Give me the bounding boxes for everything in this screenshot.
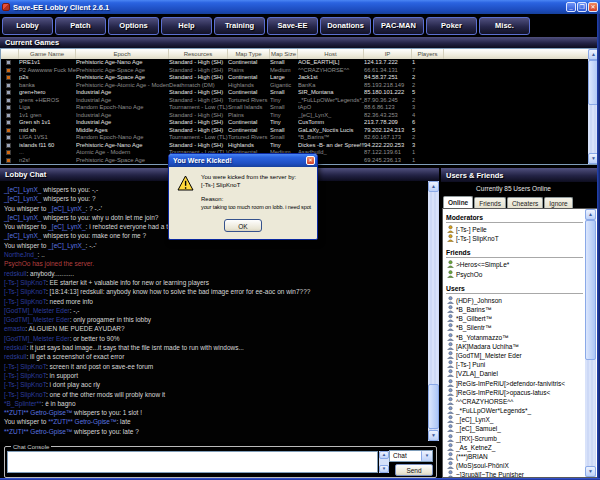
game-row[interactable]: gren+heroIndustrial AgeStandard - High (…	[1, 89, 588, 97]
game-row[interactable]: Gren sh 1v1Industrial AgeStandard - High…	[1, 119, 588, 127]
channel-select[interactable]: Chat ▼	[389, 450, 433, 462]
chat-scrollbar[interactable]: ▲ ▼	[428, 181, 439, 441]
chat-sender: _[eC]_LynX_	[48, 223, 85, 230]
user-list-item[interactable]: *B_Silentr™	[446, 323, 597, 332]
user-list-item[interactable]: _As_KetneZ_	[446, 443, 597, 452]
user-list-item[interactable]: (HDF)_Johnson	[446, 296, 597, 305]
game-row[interactable]: LIGA 1VS1Random Epoch-Nano AgeTournament…	[1, 134, 588, 142]
column-header-epoch[interactable]: Epoch	[76, 49, 169, 59]
column-header-icon	[1, 49, 19, 59]
user-user-icon	[447, 305, 454, 314]
scroll-up-icon[interactable]: ▲	[585, 209, 596, 220]
user-list-item[interactable]: [-Ts-] Pelle	[446, 225, 597, 234]
user-list-item[interactable]: (MoS)soul-PhöniX	[446, 461, 597, 470]
menu-button-help[interactable]: Help	[161, 17, 212, 35]
game-resources-cell: Tournament - Low (TL)	[169, 134, 228, 142]
user-list-item[interactable]: [AK]Madara Uchiha™	[446, 342, 597, 351]
game-row[interactable]: mid shMiddle AgesStandard - High (SH)Con…	[1, 127, 588, 135]
user-list-item[interactable]: _[RX]-Scrumb_	[446, 434, 597, 443]
mod-user-icon	[447, 234, 454, 243]
game-row[interactable]: grens +HEROSIndustrial AgeStandard - Hig…	[1, 97, 588, 105]
chat-scrollbar-thumb[interactable]	[428, 384, 439, 429]
menu-button-save-ee[interactable]: Save-EE	[267, 17, 318, 35]
user-list-item[interactable]: _*FuLLpOWer*Legends*_	[446, 406, 597, 415]
user-list-item[interactable]: [-Ts-] SlipKnoT	[446, 234, 597, 243]
user-list-item[interactable]: [GodTM]_Meister Eder	[446, 351, 597, 360]
column-header-resources[interactable]: Resources	[169, 49, 228, 59]
chat-input[interactable]	[7, 451, 378, 473]
game-row[interactable]: P2 Awwwww Fuck Me :)Prehistoric Age-Spac…	[1, 67, 588, 75]
game-status-icon	[6, 90, 11, 95]
column-header-host[interactable]: Host	[298, 49, 364, 59]
user-user-icon	[447, 369, 454, 378]
column-header-map-size[interactable]: Map Size	[270, 49, 298, 59]
user-list-item[interactable]: >Heros<=SimpLe*	[446, 260, 597, 269]
user-list-item[interactable]: [VZLA]_Daniel	[446, 369, 597, 378]
user-name: ]ReGis-ImPeRiU[>opacus-latus<	[456, 389, 550, 396]
menu-button-poker[interactable]: Poker	[426, 17, 477, 35]
game-status-icon	[6, 158, 11, 163]
chat-sender: [-Ts-] SlipKnoT	[4, 279, 46, 286]
menu-button-pac-man[interactable]: PAC-MAN	[373, 17, 424, 35]
user-list-item[interactable]: *B_Gilbert™	[446, 314, 597, 323]
menu-button-donations[interactable]: Donations	[320, 17, 371, 35]
game-epoch-cell: Prehistoric Age-Nano Age	[76, 59, 169, 67]
game-host-cell: tApO	[298, 104, 364, 112]
user-list-item[interactable]: ~]3rupäl[~The Punisher	[446, 470, 597, 478]
game-host-cell: Jack1st	[298, 74, 364, 82]
user-list-item[interactable]: (***)BRIAN	[446, 452, 597, 461]
kicked-dialog: You Were Kicked! ✕ You were kicked from …	[168, 153, 318, 240]
menu-button-options[interactable]: Options	[108, 17, 159, 35]
game-epoch-cell: Atomic Age - Modern	[76, 149, 169, 157]
chat-sender: [-Ts-] SlipKnoT	[4, 372, 46, 379]
title-bar[interactable]: Save-EE Lobby Client 2.6.1 _ ❐ ✕	[0, 0, 600, 14]
users-scrollbar-thumb[interactable]	[585, 220, 596, 360]
user-user-icon	[447, 434, 454, 443]
send-button[interactable]: Send	[395, 464, 433, 476]
user-user-icon	[447, 461, 454, 470]
dropdown-icon[interactable]: ▼	[421, 451, 432, 461]
column-header-map-type[interactable]: Map Type	[228, 49, 270, 59]
game-map-size-cell: Tiny	[270, 119, 298, 127]
menu-button-training[interactable]: Training	[214, 17, 265, 35]
user-list-item[interactable]: ]ReGis-ImPeRiU[>opacus-latus<	[446, 388, 597, 397]
scroll-down-icon[interactable]: ▼	[379, 465, 389, 473]
scroll-up-icon[interactable]: ▲	[379, 451, 389, 459]
menu-button-misc[interactable]: Misc.	[479, 17, 530, 35]
user-name: [GodTM]_Meister Eder	[456, 352, 522, 359]
column-header-game-name[interactable]: Game Name	[19, 49, 76, 59]
dialog-title-bar[interactable]: You Were Kicked! ✕	[169, 154, 317, 167]
user-list-item[interactable]: _[eC]_LynX_	[446, 415, 597, 424]
user-list-item[interactable]: [-Ts-] Puni	[446, 360, 597, 369]
column-header-players[interactable]: Players	[412, 49, 444, 59]
dialog-close-icon[interactable]: ✕	[306, 156, 315, 165]
user-list-item[interactable]: *B_Yotanmazzo™	[446, 333, 597, 342]
menu-button-patch[interactable]: Patch	[55, 17, 106, 35]
user-list-item[interactable]: *B_Barins™	[446, 305, 597, 314]
chat-sender: redskull	[4, 344, 26, 351]
column-header-ip[interactable]: IP	[364, 49, 412, 59]
game-players-cell: 6	[412, 119, 444, 127]
dialog-ok-button[interactable]: OK	[224, 219, 262, 232]
game-row[interactable]: p2sPrehistoric Age-Space AgeStandard - H…	[1, 74, 588, 82]
scroll-down-icon[interactable]: ▼	[585, 466, 596, 477]
user-list-item[interactable]: ^^CRAZYHORSE^^	[446, 397, 597, 406]
game-row[interactable]: PRE1v1Prehistoric Age-Nano AgeStandard -…	[1, 59, 588, 67]
user-list-item[interactable]: ]ReGis-ImPeRiU[>defendor-fanivitris<	[446, 378, 597, 387]
game-row[interactable]: bankaPrehistoric Age-Atomic Age - Modern…	[1, 82, 588, 90]
chat-sender: _[eC]_LynX_	[48, 242, 85, 249]
game-row[interactable]: islands f11 60Prehistoric Age-Nano AgeSt…	[1, 142, 588, 150]
chat-input-scrollbar[interactable]: ▲ ▼	[379, 451, 389, 473]
menu-button-lobby[interactable]: Lobby	[2, 17, 53, 35]
game-row[interactable]: 1v1 grenIndustrial AgeStandard - High (S…	[1, 112, 588, 120]
user-list-item[interactable]: _[eC]_Samuel_	[446, 424, 597, 433]
restore-icon[interactable]: ❐	[577, 2, 587, 12]
minimize-icon[interactable]: _	[566, 2, 576, 12]
game-map-type-cell: Small Islands	[228, 104, 270, 112]
scroll-up-icon[interactable]: ▲	[428, 181, 439, 192]
scroll-down-icon[interactable]: ▼	[428, 430, 439, 441]
users-scrollbar[interactable]: ▲ ▼	[585, 209, 596, 477]
user-list-item[interactable]: PsychOo	[446, 270, 597, 279]
close-icon[interactable]: ✕	[588, 2, 598, 12]
game-row[interactable]: LigaRandom Epoch-Nano AgeTournament - Lo…	[1, 104, 588, 112]
